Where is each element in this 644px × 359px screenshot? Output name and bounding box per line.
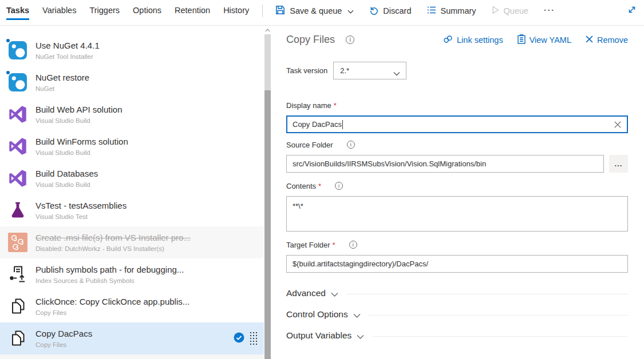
task-list: Use NuGet 4.4.1 NuGet Tool Installer NuG…	[0, 26, 264, 354]
remove-task-button[interactable]: Remove	[586, 35, 628, 45]
chevron-down-icon	[357, 332, 364, 342]
tab-options[interactable]: Options	[133, 0, 161, 25]
display-name-input[interactable]: Copy DacPacs	[286, 115, 628, 133]
pipeline-editor: Run on agent Tasks Variables Triggers Op…	[0, 0, 644, 359]
scrollbar-track[interactable]	[264, 34, 271, 90]
task-row[interactable]: Create .msi file(s) from VS Installer pr…	[0, 226, 264, 258]
scrollbar-thumb[interactable]	[264, 90, 271, 359]
nuget-icon	[8, 41, 27, 60]
task-version-row: Task version 2.*	[286, 62, 406, 79]
section-rule	[369, 315, 628, 316]
queue-button[interactable]: Queue	[492, 6, 529, 16]
save-icon	[275, 5, 285, 17]
display-name-label: Display name	[286, 101, 331, 110]
visual-studio-build-icon	[8, 137, 27, 156]
tab-retention[interactable]: Retention	[175, 0, 210, 25]
info-icon[interactable]: i	[347, 141, 355, 149]
target-folder-field-group: Target Folder * i $(build.artifactstagin…	[286, 240, 628, 273]
info-icon[interactable]: i	[346, 35, 354, 44]
task-row[interactable]: VsTest - testAssemblies Visual Studio Te…	[0, 194, 264, 226]
drag-handle-icon[interactable]	[250, 332, 257, 345]
section-output-variables[interactable]: Output Variables	[286, 329, 628, 342]
task-list-panel: Use NuGet 4.4.1 NuGet Tool Installer NuG…	[0, 26, 264, 359]
task-settings-panel: Copy Files i Link settings View YAML Rem…	[271, 26, 644, 359]
chevron-down-icon	[331, 289, 338, 300]
tab-history[interactable]: History	[223, 0, 249, 25]
contents-label: Contents	[286, 182, 316, 190]
task-row[interactable]: Build Web API solution Visual Studio Bui…	[0, 98, 264, 130]
task-row[interactable]: Copy DacPacs Copy Files	[0, 322, 264, 354]
chevron-down-icon	[393, 69, 400, 78]
source-folder-label: Source Folder	[286, 141, 333, 149]
copy-files-icon	[8, 297, 27, 316]
task-row[interactable]: ClickOnce: Copy ClickOnce app.publis... …	[0, 290, 264, 322]
target-folder-input[interactable]: $(build.artifactstagingdirectory)/DacPac…	[286, 255, 628, 273]
undo-icon	[369, 6, 378, 17]
required-asterisk: *	[318, 182, 321, 190]
link-settings-button[interactable]: Link settings	[443, 35, 503, 45]
chain-link-icon	[443, 35, 453, 45]
required-asterisk: *	[333, 241, 335, 249]
list-icon	[427, 6, 436, 15]
panel-title: Copy Files	[286, 34, 335, 46]
source-folder-input[interactable]: src/VisionBuilds/IIRSMSubsVision/Vision.…	[286, 155, 604, 173]
task-version-label: Task version	[286, 66, 327, 75]
tab-bar: Tasks Variables Triggers Options Retenti…	[0, 0, 262, 25]
task-row[interactable]: NuGet restore NuGet	[0, 66, 264, 98]
source-folder-field-group: Source Folder i src/VisionBuilds/IIRSMSu…	[286, 140, 628, 173]
summary-button[interactable]: Summary	[427, 6, 476, 15]
view-yaml-button[interactable]: View YAML	[517, 34, 571, 46]
visual-studio-test-icon	[8, 201, 27, 220]
top-toolbar: Tasks Variables Triggers Options Retenti…	[0, 0, 644, 26]
nuget-icon	[8, 73, 27, 92]
visual-studio-build-icon	[8, 105, 27, 124]
play-icon	[492, 6, 499, 16]
tab-tasks[interactable]: Tasks	[6, 0, 29, 25]
discard-button[interactable]: Discard	[369, 6, 411, 17]
contents-field-group: Contents * i **\*	[286, 181, 628, 232]
task-row[interactable]: Publish symbols path - for debugging... …	[0, 258, 264, 290]
tab-variables[interactable]: Variables	[42, 0, 76, 25]
browse-source-button[interactable]: ...	[609, 155, 628, 173]
fullscreen-expand-icon[interactable]	[627, 5, 637, 20]
chevron-down-icon	[347, 6, 354, 15]
section-control-options[interactable]: Control Options	[286, 308, 628, 321]
info-icon[interactable]: i	[335, 182, 343, 190]
info-icon[interactable]: i	[349, 241, 357, 249]
clipboard-icon	[517, 34, 526, 46]
contents-textarea[interactable]: **\*	[286, 196, 628, 232]
visual-studio-build-icon	[8, 169, 27, 188]
publish-symbols-icon	[8, 265, 27, 284]
text-cursor	[342, 120, 343, 129]
clear-input-icon[interactable]	[614, 121, 622, 130]
selected-check-icon	[234, 332, 244, 345]
task-row[interactable]: Use NuGet 4.4.1 NuGet Tool Installer	[0, 34, 264, 66]
section-rule	[346, 294, 628, 294]
required-asterisk: *	[334, 101, 337, 110]
section-advanced[interactable]: Advanced	[286, 286, 628, 300]
toolbar-divider	[262, 5, 263, 17]
update-available-dot	[6, 39, 10, 42]
toolbar-actions: Save & queue Discard Summary Queue ···	[275, 5, 555, 21]
section-rule	[372, 336, 628, 337]
task-row[interactable]: Build WinForms solution Visual Studio Bu…	[0, 130, 264, 162]
tab-triggers[interactable]: Triggers	[89, 0, 120, 25]
scrollbar-up-arrow[interactable]	[264, 26, 271, 34]
close-icon	[586, 35, 593, 45]
task-row[interactable]: Build Databases Visual Studio Build	[0, 162, 264, 194]
task-list-scrollbar	[264, 26, 271, 359]
update-available-dot	[6, 71, 10, 74]
task-version-dropdown[interactable]: 2.*	[333, 62, 406, 79]
chevron-down-icon	[353, 310, 361, 321]
panel-header: Copy Files i Link settings View YAML Rem…	[286, 34, 628, 46]
list-end-filler	[0, 354, 264, 359]
display-name-field-group: Display name * Copy DacPacs	[286, 101, 628, 133]
vs-installer-icon	[8, 233, 27, 252]
more-actions-button[interactable]: ···	[544, 5, 555, 17]
copy-files-icon	[8, 329, 27, 348]
target-folder-label: Target Folder	[286, 241, 330, 249]
save-and-queue-button[interactable]: Save & queue	[275, 5, 354, 17]
